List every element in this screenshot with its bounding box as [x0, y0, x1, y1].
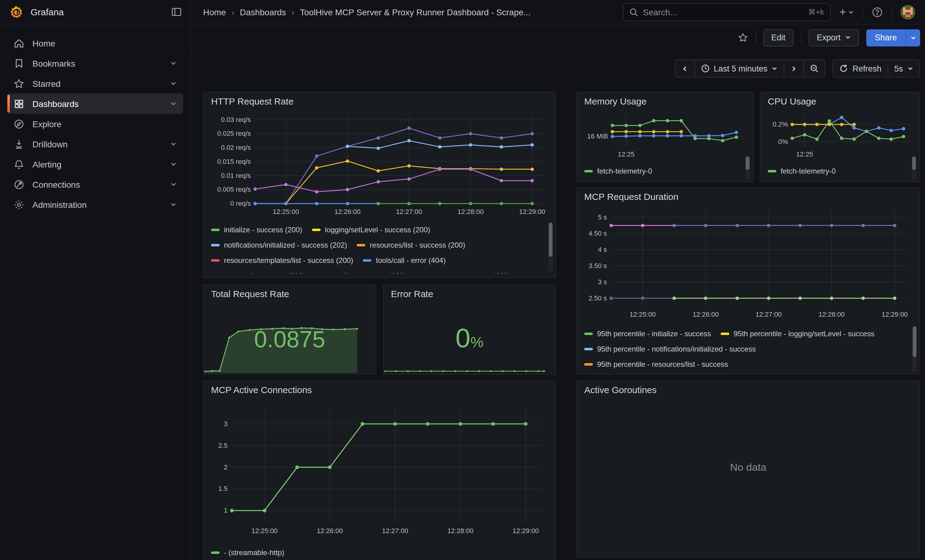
legend-item[interactable]: 95th percentile - logging/setLevel - suc…	[721, 326, 874, 341]
chevron-down-icon	[772, 64, 778, 73]
user-avatar[interactable]	[901, 5, 915, 19]
svg-text:12:26:00: 12:26:00	[693, 311, 719, 318]
chevron-down-icon[interactable]	[170, 58, 177, 69]
legend-item[interactable]: logging/setLevel - success (200)	[312, 222, 430, 237]
chevron-down-icon[interactable]	[170, 138, 177, 150]
chevron-down-icon[interactable]	[170, 78, 177, 89]
svg-text:12:29:00: 12:29:00	[881, 311, 908, 318]
add-new-button[interactable]: +	[839, 6, 854, 18]
legend-item[interactable]: notifications/initialized - success (202…	[211, 237, 347, 252]
panel-title[interactable]: Memory Usage	[584, 96, 646, 107]
legend-item[interactable]: tools/call - success (200)	[211, 268, 305, 273]
time-range-picker[interactable]: Last 5 minutes	[695, 59, 785, 78]
legend-swatch	[584, 332, 593, 335]
panel-title[interactable]: Error Rate	[391, 288, 433, 299]
sidebar-item-connections[interactable]: Connections	[8, 174, 183, 194]
divider	[863, 5, 863, 19]
panel-title[interactable]: CPU Usage	[768, 96, 816, 107]
sidebar-item-label: Home	[32, 38, 55, 48]
legend-item[interactable]: resources/templates/list - success (200)	[211, 252, 353, 268]
legend-item[interactable]: - (streamable-http)	[211, 545, 284, 560]
sidebar-item-starred[interactable]: Starred	[8, 74, 183, 93]
sidebar-item-drilldown[interactable]: Drilldown	[8, 134, 183, 154]
drilldown-icon	[14, 138, 24, 150]
legend-item[interactable]: 95th percentile - resources/templates/li…	[584, 372, 762, 374]
panel-title[interactable]: Active Goroutines	[584, 384, 657, 395]
mcp-request-duration-chart[interactable]: 5 s4.50 s4 s3.50 s3 s2.50 s12:25:0012:26…	[582, 205, 916, 322]
refresh-button[interactable]: Refresh	[833, 59, 888, 78]
chevron-down-icon[interactable]	[170, 98, 177, 109]
sidebar-item-explore[interactable]: Explore	[8, 114, 183, 134]
memory-usage-chart[interactable]: 16 MiB12:25	[582, 108, 749, 159]
svg-text:2: 2	[224, 463, 227, 471]
legend-item[interactable]: tools/call - error (404)	[363, 252, 446, 268]
chevron-down-icon[interactable]	[170, 179, 177, 190]
sidebar-item-dashboards[interactable]: Dashboards	[8, 93, 183, 114]
dashboard-toolbar: Edit Export Share	[191, 24, 925, 51]
gear-icon	[14, 199, 24, 210]
legend-swatch	[584, 170, 593, 172]
legend-item[interactable]: resources/list - success (200)	[357, 237, 465, 252]
export-button[interactable]: Export	[809, 29, 859, 46]
legend-item[interactable]: 95th percentile - resources/list - succe…	[584, 356, 728, 372]
divider	[755, 32, 756, 44]
refresh-group: Refresh 5s	[833, 59, 920, 78]
svg-text:12:29:00: 12:29:00	[513, 527, 539, 534]
sidebar-item-administration[interactable]: Administration	[8, 194, 183, 215]
dock-sidebar-icon[interactable]	[171, 7, 182, 17]
legend-item[interactable]: 95th percentile - initialize - success	[584, 326, 711, 341]
scrollbar-track[interactable]	[911, 156, 916, 179]
panel-title[interactable]: MCP Active Connections	[211, 384, 312, 395]
svg-text:0%: 0%	[778, 138, 788, 146]
panel-active-goroutines: Active Goroutines No data	[576, 380, 920, 557]
legend-item[interactable]: 95th percentile - notifications/initiali…	[584, 341, 756, 356]
scrollbar-thumb[interactable]	[746, 156, 749, 170]
time-forward-button[interactable]	[785, 59, 804, 78]
svg-text:0.005 req/s: 0.005 req/s	[217, 186, 251, 193]
edit-button[interactable]: Edit	[763, 29, 794, 46]
share-menu-button[interactable]	[905, 29, 920, 46]
scrollbar-thumb[interactable]	[549, 222, 553, 257]
cpu-usage-chart[interactable]: 0.2%0%12:25	[765, 108, 916, 159]
sidebar-item-bookmarks[interactable]: Bookmarks	[8, 53, 183, 74]
chevron-down-icon[interactable]	[170, 199, 177, 210]
panel-error-rate: Error Rate 0%	[383, 284, 556, 375]
legend-item[interactable]: initialize - success (200)	[211, 222, 302, 237]
http-request-rate-chart[interactable]: 0 req/s0.005 req/s0.01 req/s0.015 req/s0…	[209, 111, 552, 219]
chevron-down-icon[interactable]	[170, 159, 177, 170]
panel-cpu-usage: CPU Usage 0.2%0%12:25 fetch-telemetry-0	[760, 92, 920, 182]
svg-text:12:28:00: 12:28:00	[818, 311, 845, 318]
time-range-group: Last 5 minutes	[675, 59, 826, 78]
panel-memory-usage: Memory Usage 16 MiB12:25 fetch-telemetry…	[576, 92, 754, 182]
scrollbar-track[interactable]	[912, 326, 917, 372]
legend-item[interactable]: tools/list - success (200)	[315, 268, 406, 273]
scrollbar-track[interactable]	[745, 156, 750, 179]
legend-label: logging/setLevel - success (200)	[325, 225, 430, 234]
sidebar-item-alerting[interactable]: Alerting	[8, 154, 183, 174]
breadcrumb-dashboards[interactable]: Dashboards	[240, 7, 286, 17]
zoom-out-button[interactable]	[804, 59, 826, 78]
sidebar-item-home[interactable]: Home	[8, 33, 183, 53]
share-button[interactable]: Share	[866, 29, 905, 46]
legend-item[interactable]: fetch-telemetry-0	[584, 163, 652, 179]
star-dashboard-button[interactable]	[738, 32, 748, 43]
scrollbar-thumb[interactable]	[913, 326, 916, 357]
grafana-logo-icon[interactable]	[10, 5, 23, 19]
breadcrumb-home[interactable]: Home	[203, 7, 226, 17]
mcp-active-connections-chart[interactable]: 32.521.5112:25:0012:26:0012:27:0012:28:0…	[209, 399, 552, 542]
refresh-interval-picker[interactable]: 5s	[888, 59, 920, 78]
legend-item[interactable]: fetch-telemetry-0	[768, 163, 836, 179]
bookmark-icon	[14, 58, 24, 69]
panel-title[interactable]: MCP Request Duration	[584, 191, 678, 202]
panel-title[interactable]: Total Request Rate	[211, 288, 289, 299]
help-button[interactable]	[872, 6, 883, 17]
panel-title[interactable]: HTTP Request Rate	[211, 96, 294, 107]
search-input[interactable]: Search... ⌘+k	[623, 3, 831, 21]
legend-item[interactable]: unknown - success (200)	[416, 268, 511, 273]
svg-text:16 MiB: 16 MiB	[587, 132, 608, 140]
breadcrumb-separator: ›	[232, 7, 234, 17]
panel-http-request-rate: HTTP Request Rate 0 req/s0.005 req/s0.01…	[203, 92, 556, 278]
scrollbar-thumb[interactable]	[912, 156, 916, 170]
scrollbar-track[interactable]	[548, 222, 553, 272]
time-back-button[interactable]	[675, 59, 695, 78]
